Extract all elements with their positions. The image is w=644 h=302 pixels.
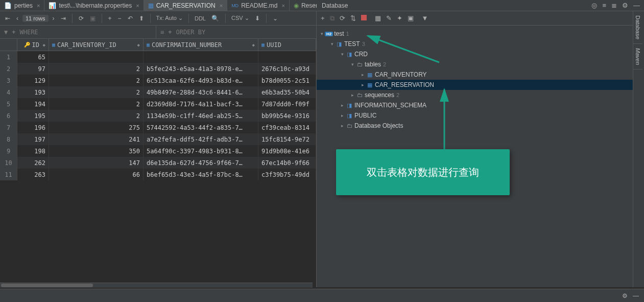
close-icon[interactable]: ×	[220, 3, 223, 9]
edit-icon[interactable]: ✎	[385, 13, 393, 23]
cell-uuid[interactable]: e6b3ad35-50b4	[258, 86, 316, 98]
table-row[interactable]: 1126366b6ef65d3-43e3-4a5f-87bc-8…c3f39b7…	[0, 169, 316, 180]
duplicate-icon[interactable]: ⧉	[329, 13, 336, 24]
column-id[interactable]: 🔑 ID◆	[17, 39, 49, 51]
cell-confirmation[interactable]: d2369d8d-7176-4a11-bacf-3…	[144, 98, 258, 110]
search-icon[interactable]: 🔍	[209, 14, 221, 23]
close-icon[interactable]: ×	[136, 3, 139, 9]
cell-id[interactable]: 129	[17, 75, 49, 86]
cell-id[interactable]: 97	[17, 63, 49, 75]
tab-car-reservation[interactable]: ▦ CAR_RESERVATION ×	[144, 0, 227, 11]
collapse-icon[interactable]: ≡	[602, 2, 606, 9]
first-page-icon[interactable]: ⇤	[3, 14, 12, 23]
cell-uuid[interactable]: bb99b54e-9316	[258, 110, 316, 122]
cell-uuid[interactable]	[258, 51, 316, 63]
cell-uuid[interactable]: 15fc8154-9e72	[258, 133, 316, 145]
cell-inventory[interactable]: 241	[49, 133, 144, 145]
download-icon[interactable]: ⬇	[253, 14, 262, 23]
tab-reserv[interactable]: ◉ Reserv	[290, 0, 317, 11]
cell-confirmation[interactable]: a7e2fefa-ddf5-42ff-adb3-7…	[144, 133, 258, 145]
wand-icon[interactable]: ✦	[396, 13, 403, 23]
cell-confirmation[interactable]: d6e135da-627d-4756-9f66-7…	[144, 157, 258, 169]
horizontal-scrollbar[interactable]	[0, 283, 313, 288]
tab-hibernate[interactable]: 📊 test\...\hibernate.properties ×	[44, 0, 144, 11]
cell-uuid[interactable]: 7d87ddd0-f09f	[258, 98, 316, 110]
cell-confirmation[interactable]: 49b8497e-288d-43c6-8441-6…	[144, 86, 258, 98]
add-icon[interactable]: +	[320, 13, 326, 23]
cell-inventory[interactable]: 66	[49, 169, 144, 180]
minimize-icon[interactable]: —	[633, 2, 640, 9]
tree-schema-test[interactable]: ▾ ◨ TEST 3	[317, 39, 644, 49]
close-icon[interactable]: ×	[37, 3, 40, 9]
cell-uuid[interactable]: b78d0055-2c51	[258, 75, 316, 86]
prev-page-icon[interactable]: ‹	[14, 14, 20, 23]
table-row[interactable]: 719627557442592-4a53-44f2-a835-7…cf39cea…	[0, 122, 316, 133]
cell-confirmation[interactable]: b6ef65d3-43e3-4a5f-87bc-8…	[144, 169, 258, 180]
table-row[interactable]: 4193249b8497e-288d-43c6-8441-6…e6b3ad35-…	[0, 86, 316, 98]
tree-sequences-folder[interactable]: ▸ 🗀 sequences 2	[317, 90, 644, 100]
cell-id[interactable]: 194	[17, 98, 49, 110]
data-grid[interactable]: 1652972b5fec243-e5aa-41a3-8978-e…2676c10…	[0, 51, 316, 287]
tree-database-objects[interactable]: ▸ 🗀 Database Objects	[317, 121, 644, 131]
tab-properties[interactable]: 📄 perties ×	[0, 0, 44, 11]
table-row[interactable]: 10262147d6e135da-627d-4756-9f66-7…67ec14…	[0, 157, 316, 169]
cell-inventory[interactable]	[49, 51, 144, 63]
column-uuid[interactable]: ▦ UUID	[258, 39, 316, 51]
chevron-down-icon[interactable]: ⌄	[271, 14, 280, 23]
tx-mode[interactable]: Tx: Auto ⌄	[155, 15, 184, 21]
remove-row-icon[interactable]: −	[116, 14, 124, 23]
cell-id[interactable]: 65	[17, 51, 49, 63]
cell-confirmation[interactable]: b5fec243-e5aa-41a3-8978-e…	[144, 63, 258, 75]
cell-id[interactable]: 193	[17, 86, 49, 98]
cell-confirmation[interactable]: 1134e59b-c1ff-46ed-ab25-5…	[144, 110, 258, 122]
gear-icon[interactable]: ⚙	[622, 2, 628, 9]
cell-uuid[interactable]: c3f39b75-49dd	[258, 169, 316, 180]
stop-button[interactable]	[360, 13, 368, 23]
cell-inventory[interactable]: 350	[49, 145, 144, 157]
tree-public[interactable]: ▸ ◨ PUBLIC	[317, 110, 644, 121]
revert-icon[interactable]: ↶	[126, 14, 135, 23]
next-page-icon[interactable]: ›	[51, 14, 57, 23]
console-icon[interactable]: ▣	[407, 13, 415, 23]
cell-confirmation[interactable]: 57442592-4a53-44f2-a835-7…	[144, 122, 258, 133]
cell-inventory[interactable]: 2	[49, 63, 144, 75]
cell-inventory[interactable]: 275	[49, 122, 144, 133]
target-icon[interactable]: ◎	[591, 2, 597, 9]
cell-id[interactable]: 195	[17, 110, 49, 122]
cell-confirmation[interactable]	[144, 51, 258, 63]
tree-table-car-reservation[interactable]: ▸ ▦ CAR_RESERVATION	[317, 80, 644, 90]
cell-inventory[interactable]: 147	[49, 157, 144, 169]
last-page-icon[interactable]: ⇥	[59, 14, 68, 23]
cell-uuid[interactable]: 67ec14b0-9f66	[258, 157, 316, 169]
tree-table-car-inventory[interactable]: ▸ ▦ CAR_INVENTORY	[317, 69, 644, 80]
cell-inventory[interactable]: 2	[49, 75, 144, 86]
cell-id[interactable]: 263	[17, 169, 49, 180]
table-row[interactable]: 51942d2369d8d-7176-4a11-bacf-3…7d87ddd0-…	[0, 98, 316, 110]
cell-inventory[interactable]: 2	[49, 86, 144, 98]
cell-inventory[interactable]: 2	[49, 110, 144, 122]
column-confirmation[interactable]: ▦ CONFIRMATION_NUMBER◆	[144, 39, 258, 51]
sync-icon[interactable]: ⇅	[349, 13, 357, 23]
side-tab-maven[interactable]: Maven	[633, 44, 642, 69]
table-row[interactable]: 91983505a64f90c-3397-4983-b931-8…91d9b08…	[0, 145, 316, 157]
rows-count[interactable]: 11 rows	[22, 15, 49, 22]
cell-uuid[interactable]: 91d9b08e-41e6	[258, 145, 316, 157]
minimize-icon[interactable]: —	[633, 292, 639, 299]
cell-id[interactable]: 196	[17, 122, 49, 133]
refresh-icon[interactable]: ⟳	[339, 13, 346, 23]
cell-uuid[interactable]: cf39ceab-8314	[258, 122, 316, 133]
order-by-filter[interactable]: ≡ + ORDER BY	[156, 26, 316, 38]
ddl-button[interactable]: DDL	[193, 15, 207, 21]
close-icon[interactable]: ×	[281, 3, 284, 9]
expand-icon[interactable]: ≣	[611, 2, 617, 9]
table-row[interactable]: 165	[0, 51, 316, 63]
tree-tables-folder[interactable]: ▾ 🗀 tables 2	[317, 59, 644, 69]
filter-icon[interactable]: ▼	[421, 13, 430, 23]
stop-icon[interactable]: ▣	[88, 14, 98, 23]
cell-confirmation[interactable]: 5a64f90c-3397-4983-b931-8…	[144, 145, 258, 157]
cell-id[interactable]: 262	[17, 157, 49, 169]
gear-icon[interactable]: ⚙	[622, 292, 628, 299]
refresh-icon[interactable]: ⟳	[77, 14, 86, 23]
commit-icon[interactable]: ⬆	[137, 14, 146, 23]
column-inventory-id[interactable]: ▦ CAR_INVENTORY_ID◆	[49, 39, 144, 51]
